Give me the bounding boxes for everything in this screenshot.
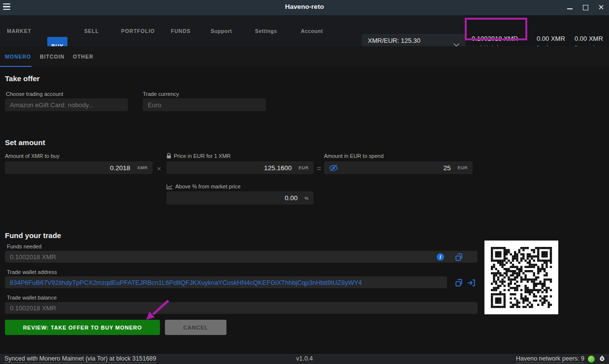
- network-status-dot-icon: [588, 356, 595, 363]
- wallet-address-value: 834P6FuB67V92ithdyTpPCX2mzqdEuPFATEJRBcn…: [10, 279, 362, 286]
- deviation-label: Above % from market price: [166, 183, 241, 189]
- tab-market[interactable]: MARKET: [7, 15, 32, 46]
- amount-suffix: XMR: [137, 165, 148, 170]
- take-offer-view: Take offer Choose trading account Amazon…: [0, 67, 609, 353]
- subtab-bitcoin[interactable]: BITCOIN: [40, 46, 64, 67]
- tab-support[interactable]: Support: [211, 15, 232, 46]
- total-suffix: EUR: [457, 165, 468, 170]
- total-value: 25: [443, 164, 450, 172]
- deviation-input[interactable]: 0.00 %: [166, 191, 314, 205]
- fund-trade-heading: Fund your trade: [5, 231, 61, 240]
- trade-currency-value: Euro: [148, 101, 161, 109]
- eye-slash-icon[interactable]: [329, 164, 338, 172]
- chart-icon: [166, 184, 173, 189]
- window-title: Haveno-reto: [0, 3, 609, 10]
- maximize-button[interactable]: [579, 2, 591, 13]
- set-amount-heading: Set amount: [5, 138, 45, 147]
- deviation-suffix: %: [304, 196, 309, 201]
- tab-portfolio[interactable]: PORTFOLIO: [121, 15, 155, 46]
- funds-needed-label: Funds needed: [7, 243, 41, 249]
- price-value: 125.1600: [264, 164, 291, 172]
- tab-funds[interactable]: FUNDS: [171, 15, 191, 46]
- price-label: Price in EUR for 1 XMR: [166, 153, 231, 159]
- main-nav: MARKET BUY SELL PORTFOLIO FUNDS Support …: [0, 15, 609, 46]
- maximize-icon: [583, 5, 588, 10]
- statusbar: Synced with Monero Mainnet (via Tor) at …: [0, 353, 609, 364]
- qr-code: [484, 241, 558, 314]
- wallet-balance-label: Trade wallet balance: [7, 295, 57, 301]
- trading-account-value: Amazon eGift Card: nobody...: [10, 101, 94, 109]
- subtab-monero[interactable]: MONERO: [5, 46, 31, 67]
- tab-account[interactable]: Account: [301, 15, 323, 46]
- trading-account-label: Choose trading account: [6, 91, 63, 97]
- statusbar-right: Haveno network peers: 9: [516, 355, 606, 363]
- network-peers-text[interactable]: Haveno network peers: 9: [516, 355, 584, 363]
- titlebar: Haveno-reto ✕: [0, 0, 609, 15]
- close-button[interactable]: ✕: [595, 2, 607, 13]
- app-version: v1.0.4: [296, 355, 313, 362]
- price-input[interactable]: 125.1600 EUR: [166, 161, 314, 174]
- subtab-other[interactable]: OTHER: [73, 46, 94, 67]
- total-label: Amount in EUR to spend: [324, 153, 384, 159]
- review-take-offer-button[interactable]: REVIEW: TAKE OFFER TO BUY MONERO: [5, 320, 160, 335]
- deviation-label-text: Above % from market price: [175, 183, 241, 189]
- market-price-value: XMR/EUR: 125.30: [368, 37, 420, 44]
- sync-status-text[interactable]: Synced with Monero Mainnet (via Tor) at …: [4, 355, 156, 363]
- tor-onion-icon: [598, 355, 606, 363]
- funds-needed-field: 0.1002018 XMR i: [5, 251, 478, 263]
- info-icon[interactable]: i: [437, 253, 444, 261]
- price-label-text: Price in EUR for 1 XMR: [174, 153, 231, 159]
- tab-settings[interactable]: Settings: [255, 15, 277, 46]
- multiply-sign: ×: [156, 164, 162, 173]
- wallet-address-label: Trade wallet address: [7, 269, 57, 275]
- equals-sign: =: [316, 164, 322, 173]
- amount-value: 0.2018: [110, 164, 130, 172]
- haveno-app-window: Haveno-reto ✕ MARKET BUY SELL PORTFOLIO …: [0, 0, 609, 364]
- lock-icon: [166, 153, 171, 159]
- amount-label: Amount of XMR to buy: [5, 153, 60, 159]
- wallet-address-field[interactable]: 834P6FuB67V92ithdyTpPCX2mzqdEuPFATEJRBcn…: [5, 276, 447, 288]
- amount-input[interactable]: 0.2018 XMR: [5, 161, 153, 174]
- reserved-balance-value: 0.00 XMR: [575, 35, 603, 42]
- take-offer-heading: Take offer: [5, 74, 40, 83]
- funds-needed-value: 0.1002018 XMR: [10, 253, 56, 261]
- price-suffix: EUR: [298, 165, 309, 170]
- wallet-balance-field: 0.1002018 XMR: [5, 302, 478, 314]
- currency-subtabs: MONERO BITCOIN OTHER: [0, 46, 609, 67]
- pending-balance-value: 0.00 XMR: [537, 35, 565, 42]
- chevron-down-icon: [453, 41, 459, 46]
- minimize-button[interactable]: [564, 2, 576, 13]
- wallet-balance-value: 0.1002018 XMR: [10, 304, 56, 312]
- trade-currency-field[interactable]: Euro: [143, 98, 266, 111]
- open-wallet-icon[interactable]: [467, 278, 477, 288]
- trade-currency-label: Trade currency: [143, 91, 179, 97]
- cancel-button[interactable]: CANCEL: [165, 320, 226, 335]
- trading-account-field[interactable]: Amazon eGift Card: nobody...: [5, 98, 128, 111]
- minimize-icon: [567, 8, 573, 9]
- copy-address-icon[interactable]: [454, 278, 464, 288]
- tab-sell[interactable]: SELL: [84, 15, 99, 46]
- available-balance-value: 0.1002018 XMR: [472, 35, 518, 42]
- copy-funds-icon[interactable]: [454, 252, 464, 262]
- total-input[interactable]: 25 EUR: [324, 161, 473, 174]
- deviation-value: 0.00: [285, 194, 297, 202]
